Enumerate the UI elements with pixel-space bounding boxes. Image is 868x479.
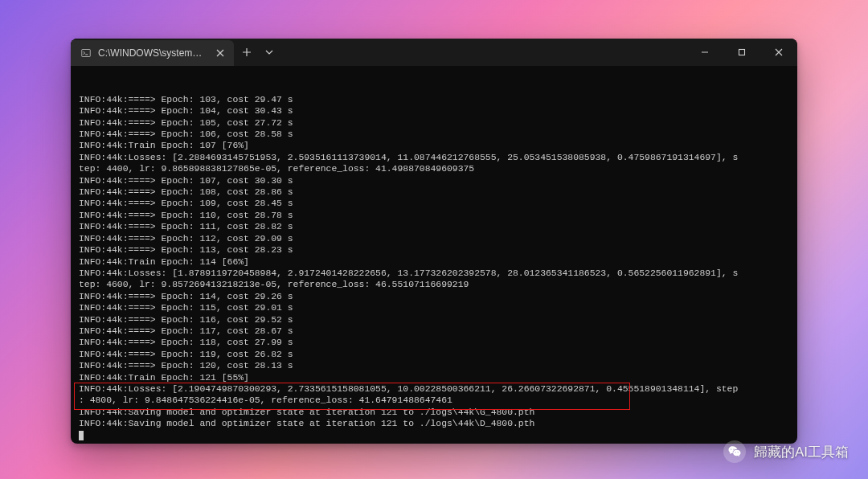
terminal-line: INFO:44k:Saving model and optimizer stat… [79, 418, 789, 429]
terminal-line: INFO:44k:====> Epoch: 108, cost 28.86 s [79, 186, 789, 198]
desktop-background: C:\WINDOWS\system32\cmd. [0, 0, 868, 479]
wechat-icon [723, 440, 746, 463]
watermark-text: 歸藏的AI工具箱 [754, 443, 849, 461]
terminal-line: INFO:44k:====> Epoch: 106, cost 28.58 s [79, 129, 789, 140]
terminal-output[interactable]: INFO:44k:====> Epoch: 103, cost 29.47 sI… [71, 66, 797, 444]
terminal-cursor-line [79, 430, 789, 441]
terminal-line: INFO:44k:====> Epoch: 117, cost 28.67 s [79, 325, 789, 337]
cmd-icon [80, 47, 92, 59]
active-tab[interactable]: C:\WINDOWS\system32\cmd. [71, 40, 234, 66]
terminal-line: INFO:44k:====> Epoch: 120, cost 28.13 s [79, 360, 789, 371]
tab-close-button[interactable] [213, 46, 227, 60]
svg-rect-0 [82, 50, 91, 57]
close-button[interactable] [760, 39, 797, 66]
new-tab-button[interactable] [234, 39, 260, 66]
terminal-line: INFO:44k:====> Epoch: 114, cost 29.26 s [79, 291, 789, 302]
titlebar[interactable]: C:\WINDOWS\system32\cmd. [71, 39, 797, 66]
terminal-line: INFO:44k:====> Epoch: 116, cost 29.52 s [79, 314, 789, 325]
terminal-line: INFO:44k:====> Epoch: 104, cost 30.43 s [79, 105, 789, 117]
terminal-line: INFO:44k:Train Epoch: 107 [76%] [79, 140, 789, 151]
terminal-line: INFO:44k:Train Epoch: 114 [66%] [79, 256, 789, 268]
maximize-button[interactable] [723, 39, 760, 66]
tab-dropdown-button[interactable] [260, 39, 279, 66]
terminal-line: INFO:44k:Train Epoch: 121 [55%] [79, 372, 789, 383]
terminal-line: INFO:44k:Losses: [1.8789119720458984, 2.… [79, 268, 789, 279]
tab-title: C:\WINDOWS\system32\cmd. [98, 47, 207, 59]
terminal-line: INFO:44k:====> Epoch: 111, cost 28.82 s [79, 221, 789, 232]
terminal-line: INFO:44k:====> Epoch: 107, cost 30.30 s [79, 175, 789, 186]
terminal-line: INFO:44k:====> Epoch: 103, cost 29.47 s [79, 94, 789, 105]
terminal-line: INFO:44k:====> Epoch: 112, cost 29.09 s [79, 233, 789, 244]
terminal-line: INFO:44k:Losses: [2.2884693145751953, 2.… [79, 152, 789, 163]
terminal-line: INFO:44k:====> Epoch: 105, cost 27.72 s [79, 117, 789, 129]
terminal-window: C:\WINDOWS\system32\cmd. [71, 39, 797, 444]
terminal-line: INFO:44k:Losses: [2.1904749870300293, 2.… [79, 383, 789, 395]
titlebar-drag-area[interactable] [279, 39, 686, 66]
terminal-line: INFO:44k:====> Epoch: 115, cost 29.01 s [79, 302, 789, 313]
terminal-line: INFO:44k:====> Epoch: 109, cost 28.45 s [79, 198, 789, 209]
terminal-line: : 4800, lr: 9.848647536224416e-05, refer… [79, 395, 789, 406]
watermark: 歸藏的AI工具箱 [723, 440, 849, 463]
minimize-button[interactable] [686, 39, 723, 66]
cursor [79, 431, 84, 440]
terminal-line: INFO:44k:Saving model and optimizer stat… [79, 407, 789, 418]
terminal-line: tep: 4400, lr: 9.865898838127865e-05, re… [79, 163, 789, 174]
terminal-line: INFO:44k:====> Epoch: 110, cost 28.78 s [79, 210, 789, 221]
terminal-line: INFO:44k:====> Epoch: 113, cost 28.23 s [79, 244, 789, 256]
terminal-line: INFO:44k:====> Epoch: 118, cost 27.99 s [79, 337, 789, 348]
svg-rect-3 [739, 50, 745, 55]
terminal-line: INFO:44k:====> Epoch: 119, cost 26.82 s [79, 349, 789, 360]
window-controls [686, 39, 797, 66]
terminal-line: tep: 4600, lr: 9.857269413218213e-05, re… [79, 279, 789, 290]
